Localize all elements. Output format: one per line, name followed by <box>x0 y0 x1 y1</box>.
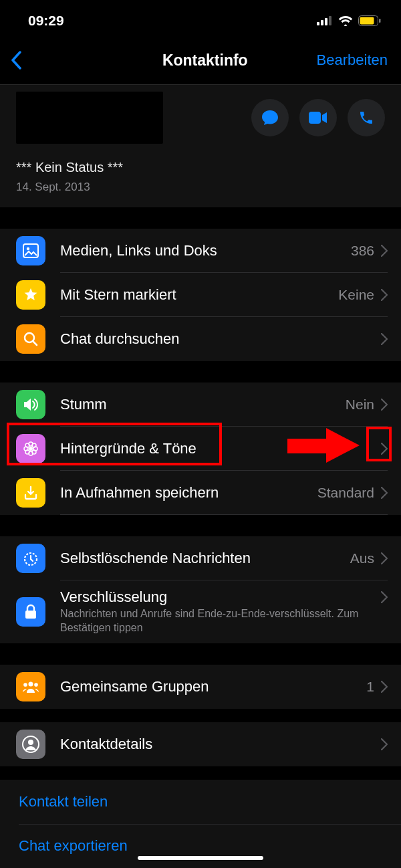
row-disappearing[interactable]: Selbstlöschende Nachrichten Aus <box>0 536 401 580</box>
export-chat-button[interactable]: Chat exportieren <box>0 824 401 868</box>
svg-point-28 <box>28 740 33 745</box>
svg-point-9 <box>27 247 29 250</box>
contact-status: *** Kein Status *** <box>16 160 385 175</box>
chevron-right-icon <box>381 443 388 455</box>
row-subtitle: Nachrichten und Anrufe sind Ende-zu-Ende… <box>60 607 388 635</box>
chevron-right-icon <box>381 399 388 411</box>
chevron-right-icon <box>381 738 388 750</box>
status-icons <box>317 15 381 26</box>
share-contact-button[interactable]: Kontakt teilen <box>0 780 401 824</box>
home-indicator[interactable] <box>138 856 263 860</box>
chevron-right-icon <box>381 487 388 499</box>
timer-icon <box>16 544 45 573</box>
svg-point-12 <box>29 447 33 451</box>
row-label: Chat durchsuchen <box>60 330 381 348</box>
row-label: Stumm <box>60 396 346 413</box>
flower-icon <box>16 434 45 463</box>
contact-actions <box>251 99 385 136</box>
photos-icon <box>16 236 45 265</box>
svg-rect-6 <box>379 19 381 23</box>
row-value: 1 <box>366 679 374 695</box>
row-value: 386 <box>351 243 374 259</box>
chevron-right-icon <box>381 552 388 564</box>
row-groups[interactable]: Gemeinsame Gruppen 1 <box>0 665 401 709</box>
row-media[interactable]: Medien, Links und Doks 386 <box>0 229 401 273</box>
row-starred[interactable]: Mit Stern markiert Keine <box>0 273 401 317</box>
people-icon <box>16 672 45 701</box>
message-button[interactable] <box>251 99 289 136</box>
back-button[interactable] <box>11 48 94 72</box>
row-label: Kontaktdetails <box>60 736 381 753</box>
row-label: Medien, Links und Doks <box>60 242 351 259</box>
section-notifications: Stumm Nein Hintergründe & Töne In Aufnah… <box>0 383 401 515</box>
status-time: 09:29 <box>28 13 64 29</box>
phone-icon <box>358 110 374 126</box>
row-label: Mit Stern markiert <box>60 286 338 304</box>
section-actions: Kontakt teilen Chat exportieren Chatverl… <box>0 780 401 868</box>
svg-point-26 <box>34 683 38 687</box>
section-groups: Gemeinsame Gruppen 1 <box>0 665 401 709</box>
svg-rect-7 <box>309 112 321 124</box>
chevron-right-icon <box>381 289 388 301</box>
svg-rect-1 <box>321 20 323 25</box>
row-value: Nein <box>346 397 374 413</box>
row-value: Aus <box>350 550 374 566</box>
edit-button[interactable]: Bearbeiten <box>317 51 388 69</box>
svg-rect-21 <box>287 439 327 453</box>
row-mute[interactable]: Stumm Nein <box>0 383 401 427</box>
row-label: Gemeinsame Gruppen <box>60 678 366 695</box>
chevron-right-icon <box>381 245 388 257</box>
battery-icon <box>358 15 381 26</box>
row-search-chat[interactable]: Chat durchsuchen <box>0 317 401 361</box>
contact-name-redacted <box>16 92 163 144</box>
person-circle-icon <box>16 730 45 759</box>
video-icon <box>309 112 327 124</box>
row-encryption[interactable]: Verschlüsselung Nachrichten und Anrufe s… <box>0 580 401 643</box>
search-icon <box>16 324 45 354</box>
row-value: Keine <box>338 287 374 303</box>
chevron-right-icon <box>381 333 388 345</box>
svg-point-24 <box>29 681 33 686</box>
section-media: Medien, Links und Doks 386 Mit Stern mar… <box>0 229 401 361</box>
row-contact-details[interactable]: Kontaktdetails <box>0 722 401 766</box>
status-bar: 09:29 <box>0 0 401 37</box>
svg-rect-23 <box>25 611 36 619</box>
svg-line-11 <box>33 341 37 345</box>
chevron-left-icon <box>11 51 21 70</box>
row-value: Standard <box>317 485 374 501</box>
contact-header: *** Kein Status *** 14. Sept. 2013 <box>0 85 401 207</box>
chevron-right-icon <box>381 681 388 693</box>
section-contact-details: Kontaktdetails <box>0 722 401 766</box>
contact-status-date: 14. Sept. 2013 <box>16 181 385 194</box>
svg-rect-5 <box>360 17 374 25</box>
row-label: Verschlüsselung <box>60 588 381 606</box>
speaker-icon <box>16 390 45 419</box>
row-save-to-camera[interactable]: In Aufnahmen speichern Standard <box>0 471 401 515</box>
chevron-right-icon <box>381 591 388 603</box>
svg-rect-2 <box>325 18 327 25</box>
row-label: In Aufnahmen speichern <box>60 484 317 502</box>
annotation-arrow-icon <box>287 428 360 463</box>
svg-rect-0 <box>317 22 319 25</box>
star-icon <box>16 280 45 310</box>
svg-rect-3 <box>329 16 331 25</box>
wifi-icon <box>338 15 353 26</box>
download-icon <box>16 478 45 508</box>
back-label-redacted <box>27 48 94 72</box>
cellular-icon <box>317 16 333 25</box>
svg-point-25 <box>23 683 27 687</box>
voice-call-button[interactable] <box>348 99 385 136</box>
row-label: Selbstlöschende Nachrichten <box>60 550 350 567</box>
video-call-button[interactable] <box>299 99 337 136</box>
section-privacy: Selbstlöschende Nachrichten Aus Verschlü… <box>0 536 401 643</box>
nav-bar: Kontaktinfo Bearbeiten <box>0 37 401 85</box>
chat-bubble-icon <box>261 110 279 126</box>
lock-icon <box>16 597 45 627</box>
page-title: Kontaktinfo <box>162 51 248 70</box>
